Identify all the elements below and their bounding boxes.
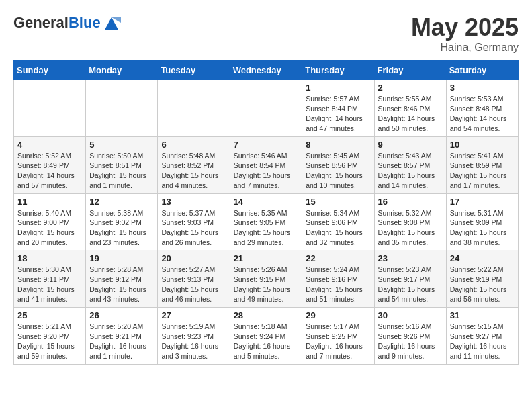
calendar-cell: 23Sunrise: 5:23 AM Sunset: 9:17 PM Dayli… (374, 250, 446, 308)
calendar-cell: 22Sunrise: 5:24 AM Sunset: 9:16 PM Dayli… (302, 250, 374, 308)
day-detail: Sunrise: 5:35 AM Sunset: 9:05 PM Dayligh… (234, 208, 299, 248)
calendar-cell: 7Sunrise: 5:46 AM Sunset: 8:54 PM Daylig… (230, 136, 302, 193)
day-number: 31 (450, 310, 515, 320)
day-number: 1 (306, 83, 370, 93)
calendar-cell: 12Sunrise: 5:38 AM Sunset: 9:02 PM Dayli… (86, 193, 158, 250)
calendar-cell: 28Sunrise: 5:18 AM Sunset: 9:24 PM Dayli… (230, 308, 302, 365)
calendar-cell: 27Sunrise: 5:19 AM Sunset: 9:23 PM Dayli… (158, 308, 230, 365)
day-detail: Sunrise: 5:37 AM Sunset: 9:03 PM Dayligh… (161, 208, 226, 248)
weekday-header: Friday (374, 61, 446, 80)
calendar-cell: 2Sunrise: 5:55 AM Sunset: 8:46 PM Daylig… (374, 80, 446, 137)
calendar-cell: 17Sunrise: 5:31 AM Sunset: 9:09 PM Dayli… (446, 193, 518, 250)
calendar-cell (14, 80, 86, 137)
day-number: 25 (17, 310, 82, 320)
day-detail: Sunrise: 5:53 AM Sunset: 8:48 PM Dayligh… (450, 94, 515, 134)
day-detail: Sunrise: 5:16 AM Sunset: 9:26 PM Dayligh… (378, 322, 443, 361)
logo-general: General (13, 14, 69, 31)
day-detail: Sunrise: 5:19 AM Sunset: 9:23 PM Dayligh… (161, 322, 226, 361)
calendar-cell: 25Sunrise: 5:21 AM Sunset: 9:20 PM Dayli… (14, 308, 86, 365)
calendar-table: SundayMondayTuesdayWednesdayThursdayFrid… (13, 60, 519, 365)
day-detail: Sunrise: 5:52 AM Sunset: 8:49 PM Dayligh… (17, 151, 82, 191)
day-detail: Sunrise: 5:17 AM Sunset: 9:25 PM Dayligh… (306, 322, 370, 361)
day-detail: Sunrise: 5:24 AM Sunset: 9:16 PM Dayligh… (306, 265, 370, 304)
calendar-cell: 16Sunrise: 5:32 AM Sunset: 9:08 PM Dayli… (374, 193, 446, 250)
day-number: 29 (306, 310, 370, 320)
weekday-header: Monday (86, 61, 158, 80)
calendar-cell: 8Sunrise: 5:45 AM Sunset: 8:56 PM Daylig… (302, 136, 374, 193)
day-number: 30 (378, 310, 443, 320)
day-number: 16 (378, 197, 443, 207)
day-detail: Sunrise: 5:31 AM Sunset: 9:09 PM Dayligh… (450, 208, 515, 248)
calendar-cell (230, 80, 302, 137)
weekday-header: Tuesday (158, 61, 230, 80)
day-number: 3 (450, 83, 515, 93)
day-number: 2 (378, 83, 443, 93)
calendar-cell: 20Sunrise: 5:27 AM Sunset: 9:13 PM Dayli… (158, 250, 230, 308)
calendar-cell: 15Sunrise: 5:34 AM Sunset: 9:06 PM Dayli… (302, 193, 374, 250)
day-detail: Sunrise: 5:15 AM Sunset: 9:27 PM Dayligh… (450, 322, 515, 361)
logo: GeneralBlue (13, 13, 121, 32)
calendar-week-row: 1Sunrise: 5:57 AM Sunset: 8:44 PM Daylig… (14, 80, 519, 137)
weekday-header: Saturday (446, 61, 518, 80)
day-number: 21 (234, 253, 299, 263)
weekday-header: Sunday (14, 61, 86, 80)
day-number: 12 (89, 197, 154, 207)
day-number: 18 (17, 253, 82, 263)
day-detail: Sunrise: 5:55 AM Sunset: 8:46 PM Dayligh… (378, 94, 443, 134)
calendar-week-row: 18Sunrise: 5:30 AM Sunset: 9:11 PM Dayli… (14, 250, 519, 308)
weekday-header-row: SundayMondayTuesdayWednesdayThursdayFrid… (14, 61, 519, 80)
calendar-cell: 18Sunrise: 5:30 AM Sunset: 9:11 PM Dayli… (14, 250, 86, 308)
day-number: 13 (161, 197, 226, 207)
calendar-cell: 29Sunrise: 5:17 AM Sunset: 9:25 PM Dayli… (302, 308, 374, 365)
calendar-cell: 9Sunrise: 5:43 AM Sunset: 8:57 PM Daylig… (374, 136, 446, 193)
calendar-cell: 19Sunrise: 5:28 AM Sunset: 9:12 PM Dayli… (86, 250, 158, 308)
day-number: 17 (450, 197, 515, 207)
calendar-cell: 5Sunrise: 5:50 AM Sunset: 8:51 PM Daylig… (86, 136, 158, 193)
day-detail: Sunrise: 5:28 AM Sunset: 9:12 PM Dayligh… (89, 265, 154, 304)
day-detail: Sunrise: 5:20 AM Sunset: 9:21 PM Dayligh… (89, 322, 154, 361)
page-header: GeneralBlue May 2025 Haina, Germany (13, 13, 519, 54)
day-detail: Sunrise: 5:27 AM Sunset: 9:13 PM Dayligh… (161, 265, 226, 304)
logo-blue: Blue (69, 14, 101, 31)
day-detail: Sunrise: 5:22 AM Sunset: 9:19 PM Dayligh… (450, 265, 515, 304)
day-number: 9 (378, 140, 443, 150)
calendar-cell: 24Sunrise: 5:22 AM Sunset: 9:19 PM Dayli… (446, 250, 518, 308)
calendar-cell: 21Sunrise: 5:26 AM Sunset: 9:15 PM Dayli… (230, 250, 302, 308)
day-detail: Sunrise: 5:50 AM Sunset: 8:51 PM Dayligh… (89, 151, 154, 191)
day-detail: Sunrise: 5:48 AM Sunset: 8:52 PM Dayligh… (161, 151, 226, 191)
day-detail: Sunrise: 5:23 AM Sunset: 9:17 PM Dayligh… (378, 265, 443, 304)
day-number: 15 (306, 197, 370, 207)
day-detail: Sunrise: 5:57 AM Sunset: 8:44 PM Dayligh… (306, 94, 370, 134)
day-detail: Sunrise: 5:26 AM Sunset: 9:15 PM Dayligh… (234, 265, 299, 304)
calendar-cell: 4Sunrise: 5:52 AM Sunset: 8:49 PM Daylig… (14, 136, 86, 193)
day-number: 11 (17, 197, 82, 207)
calendar-cell: 11Sunrise: 5:40 AM Sunset: 9:00 PM Dayli… (14, 193, 86, 250)
calendar-cell: 3Sunrise: 5:53 AM Sunset: 8:48 PM Daylig… (446, 80, 518, 137)
calendar-cell: 13Sunrise: 5:37 AM Sunset: 9:03 PM Dayli… (158, 193, 230, 250)
day-detail: Sunrise: 5:30 AM Sunset: 9:11 PM Dayligh… (17, 265, 82, 304)
day-number: 20 (161, 253, 226, 263)
day-number: 19 (89, 253, 154, 263)
calendar-cell (86, 80, 158, 137)
day-number: 4 (17, 140, 82, 150)
day-detail: Sunrise: 5:46 AM Sunset: 8:54 PM Dayligh… (234, 151, 299, 191)
day-number: 26 (89, 310, 154, 320)
day-number: 6 (161, 140, 226, 150)
day-number: 14 (234, 197, 299, 207)
calendar-week-row: 11Sunrise: 5:40 AM Sunset: 9:00 PM Dayli… (14, 193, 519, 250)
calendar-week-row: 25Sunrise: 5:21 AM Sunset: 9:20 PM Dayli… (14, 308, 519, 365)
calendar-cell: 6Sunrise: 5:48 AM Sunset: 8:52 PM Daylig… (158, 136, 230, 193)
day-number: 22 (306, 253, 370, 263)
day-number: 8 (306, 140, 370, 150)
calendar-week-row: 4Sunrise: 5:52 AM Sunset: 8:49 PM Daylig… (14, 136, 519, 193)
day-number: 7 (234, 140, 299, 150)
day-detail: Sunrise: 5:38 AM Sunset: 9:02 PM Dayligh… (89, 208, 154, 248)
weekday-header: Wednesday (230, 61, 302, 80)
month-title: May 2025 (411, 13, 519, 42)
calendar-cell: 14Sunrise: 5:35 AM Sunset: 9:05 PM Dayli… (230, 193, 302, 250)
day-number: 5 (89, 140, 154, 150)
day-number: 24 (450, 253, 515, 263)
calendar-cell (158, 80, 230, 137)
calendar-cell: 31Sunrise: 5:15 AM Sunset: 9:27 PM Dayli… (446, 308, 518, 365)
day-number: 23 (378, 253, 443, 263)
